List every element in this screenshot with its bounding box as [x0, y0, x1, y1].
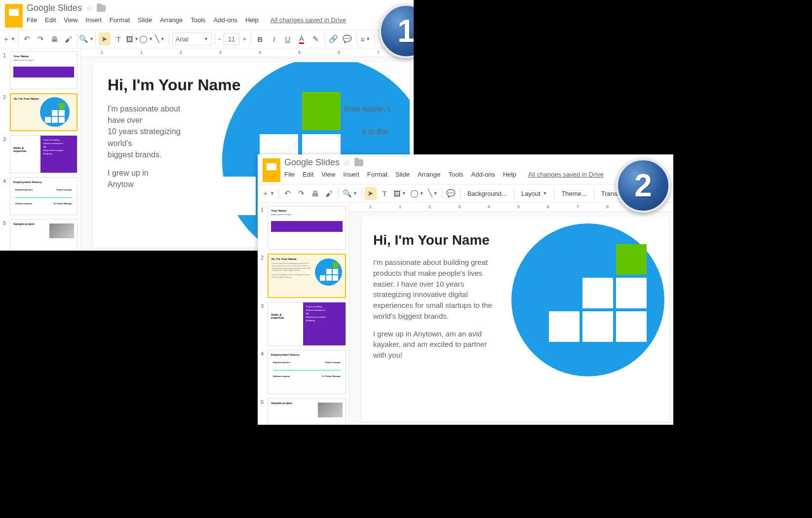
- menu-slide[interactable]: Slide: [138, 16, 152, 24]
- print-button[interactable]: 🖶: [309, 187, 321, 200]
- textbox-button[interactable]: T: [113, 33, 124, 45]
- slide-thumbnail-5[interactable]: Sample project: [10, 219, 77, 251]
- slide-thumbnail-5[interactable]: Sample project: [268, 398, 346, 425]
- header: Google Slides ☆ File Edit View Insert Fo…: [258, 154, 673, 182]
- new-slide-button[interactable]: ＋▼: [261, 187, 275, 200]
- redo-button[interactable]: ↷: [296, 187, 308, 200]
- background-button[interactable]: Background...: [464, 187, 511, 200]
- layout-button[interactable]: Layout ▼: [517, 187, 551, 200]
- step-badge-2: 2: [616, 158, 670, 213]
- menu-addons[interactable]: Add-ons: [471, 171, 495, 178]
- menu-bar: File Edit View Insert Format Slide Arran…: [27, 16, 411, 24]
- save-status[interactable]: All changes saved in Drive: [528, 171, 604, 178]
- font-selector[interactable]: Arial▼: [172, 33, 212, 45]
- menu-tools[interactable]: Tools: [191, 16, 205, 24]
- select-tool-button[interactable]: ➤: [365, 187, 377, 200]
- shape-button[interactable]: ◯▼: [140, 33, 152, 45]
- underline-button[interactable]: U: [282, 33, 294, 45]
- slide-body-text[interactable]: I'm passionate about building great prod…: [373, 257, 502, 361]
- white-square-graphic: [582, 311, 613, 342]
- white-square-graphic: [549, 311, 580, 342]
- italic-button[interactable]: I: [268, 33, 280, 45]
- header: Google Slides ☆ File Edit View Insert Fo…: [0, 0, 414, 28]
- menu-edit[interactable]: Edit: [45, 16, 56, 24]
- menu-file[interactable]: File: [284, 171, 295, 178]
- slide-canvas[interactable]: Hi, I'm Your Name I'm passionate about b…: [361, 217, 669, 422]
- slide-thumbnails-panel: 1 Your Name Digital project manager 2 Hi…: [0, 48, 81, 251]
- slide-thumbnail-3[interactable]: Skills & expertise Project scheduling So…: [10, 135, 77, 173]
- slide-thumbnail-1[interactable]: Your Name Digital project manager: [268, 206, 346, 250]
- slides-logo-icon: [263, 158, 280, 182]
- slide-thumbnail-4[interactable]: Employment history Engineering Intern Pr…: [268, 350, 346, 394]
- highlight-button[interactable]: ✎: [309, 33, 321, 45]
- print-button[interactable]: 🖶: [49, 33, 61, 45]
- white-square-graphic: [616, 278, 647, 308]
- new-slide-button[interactable]: ＋▼: [3, 33, 15, 45]
- textbox-button[interactable]: T: [379, 187, 390, 200]
- menu-tools[interactable]: Tools: [448, 171, 463, 178]
- line-button[interactable]: ╲▼: [427, 187, 439, 200]
- image-button[interactable]: 🖼▼: [126, 33, 138, 45]
- toolbar: ＋▼ ↶ ↷ 🖶 🖌 🔍▼ ➤ T 🖼▼ ◯▼ ╲▼ Arial▼ −11＋ B…: [0, 30, 414, 48]
- menu-insert[interactable]: Insert: [343, 171, 359, 178]
- line-button[interactable]: ╲▼: [154, 33, 166, 45]
- theme-button[interactable]: Theme...: [557, 187, 590, 200]
- menu-help[interactable]: Help: [245, 16, 259, 24]
- slide-canvas-area: 1123456789 Hi, I'm Your Name I'm passion…: [349, 203, 673, 425]
- google-slides-window-2: Google Slides ☆ File Edit View Insert Fo…: [258, 154, 673, 425]
- menu-slide[interactable]: Slide: [395, 171, 410, 178]
- redo-button[interactable]: ↷: [35, 33, 47, 45]
- folder-icon[interactable]: [97, 5, 106, 12]
- slide-thumbnail-4[interactable]: Employment history Engineering Intern Pr…: [10, 177, 77, 215]
- slide-title-text[interactable]: Hi, I'm Your Name: [108, 76, 395, 94]
- slides-logo-icon: [5, 4, 23, 28]
- select-tool-button[interactable]: ➤: [99, 33, 111, 45]
- document-title[interactable]: Google Slides: [27, 3, 82, 13]
- align-button[interactable]: ≡▼: [359, 33, 371, 45]
- zoom-button[interactable]: 🔍▼: [80, 33, 92, 45]
- save-status[interactable]: All changes saved in Drive: [271, 16, 346, 24]
- zoom-button[interactable]: 🔍▼: [342, 187, 358, 200]
- menu-addons[interactable]: Add-ons: [214, 16, 237, 24]
- star-icon[interactable]: ☆: [344, 158, 350, 167]
- shape-button[interactable]: ◯▼: [409, 187, 425, 200]
- green-square-graphic: [616, 244, 647, 275]
- menu-help[interactable]: Help: [503, 171, 516, 178]
- horizontal-ruler: 11234567: [81, 48, 414, 57]
- menu-view[interactable]: View: [321, 171, 335, 178]
- slide-thumbnail-2[interactable]: Hi, I'm Your Name: [10, 93, 77, 131]
- toolbar: ＋▼ ↶ ↷ 🖶 🖌 🔍▼ ➤ T 🖼▼ ◯▼ ╲▼ 💬 Background.…: [258, 184, 673, 203]
- undo-button[interactable]: ↶: [282, 187, 294, 200]
- comment-button[interactable]: 💬: [445, 187, 457, 200]
- link-button[interactable]: 🔗: [328, 33, 340, 45]
- menu-bar: File Edit View Insert Format Slide Arran…: [284, 171, 670, 178]
- menu-file[interactable]: File: [27, 16, 37, 24]
- document-title[interactable]: Google Slides: [284, 157, 340, 168]
- white-square-graphic: [616, 311, 647, 342]
- slide-thumbnails-panel: 1 Your Name Digital project manager 2 Hi…: [258, 203, 349, 425]
- comment-button[interactable]: 💬: [342, 33, 353, 45]
- star-icon[interactable]: ☆: [86, 3, 93, 13]
- menu-view[interactable]: View: [64, 16, 77, 24]
- slide-thumbnail-3[interactable]: Skills & expertise Project scheduling So…: [268, 302, 346, 346]
- slide-thumbnail-2[interactable]: Hi, I'm Your Name I'm passionate about b…: [268, 254, 346, 297]
- menu-arrange[interactable]: Arrange: [160, 16, 183, 24]
- white-square-graphic: [582, 278, 613, 308]
- image-button[interactable]: 🖼▼: [392, 187, 407, 200]
- text-color-button[interactable]: A: [296, 33, 308, 45]
- font-size-selector[interactable]: −11＋: [218, 33, 248, 45]
- menu-format[interactable]: Format: [110, 16, 130, 24]
- bold-button[interactable]: B: [254, 33, 266, 45]
- menu-format[interactable]: Format: [367, 171, 387, 178]
- menu-arrange[interactable]: Arrange: [418, 171, 440, 178]
- menu-insert[interactable]: Insert: [85, 16, 102, 24]
- paint-format-button[interactable]: 🖌: [63, 33, 75, 45]
- slide-thumbnail-1[interactable]: Your Name Digital project manager: [10, 51, 77, 89]
- folder-icon[interactable]: [354, 159, 363, 166]
- menu-edit[interactable]: Edit: [303, 171, 313, 178]
- undo-button[interactable]: ↶: [21, 33, 33, 45]
- paint-format-button[interactable]: 🖌: [323, 187, 335, 200]
